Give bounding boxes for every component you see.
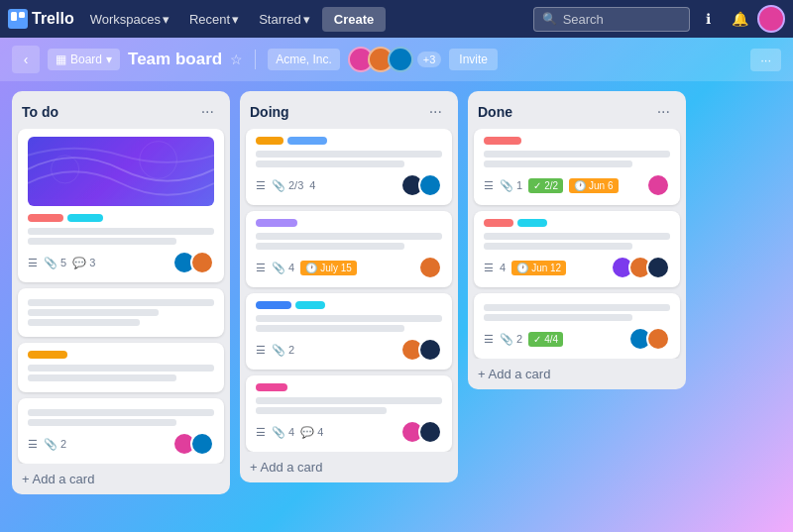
board-type-selector[interactable]: ▦ Board ▾ <box>48 49 120 70</box>
card-doing-4[interactable]: ☰ 📎 4 💬 4 <box>246 375 452 452</box>
label-purple <box>256 219 297 227</box>
attachment-icon: 📎 <box>272 179 285 192</box>
card-done-1-labels <box>484 137 670 145</box>
board-content: To do ··· <box>0 81 793 532</box>
recent-menu[interactable]: Recent ▾ <box>181 8 247 31</box>
card-meta: ☰ 📎 2 <box>28 432 214 456</box>
star-button[interactable]: ☆ <box>230 52 243 67</box>
create-button[interactable]: Create <box>322 7 386 32</box>
add-card-todo[interactable]: + Add a card <box>12 464 230 494</box>
user-avatar[interactable] <box>757 5 785 33</box>
checklist-done-badge: ✓ 2/2 <box>528 178 563 193</box>
meta-description: ☰ <box>484 179 494 192</box>
card-todo-1[interactable]: ☰ 📎 5 💬 3 <box>18 129 224 282</box>
card-text-line <box>256 151 442 158</box>
card-done-2-labels <box>484 219 670 227</box>
card-text-line <box>484 314 632 321</box>
meta-description: ☰ <box>256 179 266 192</box>
card-text-line <box>484 160 632 167</box>
card-done-3[interactable]: ☰ 📎 2 ✓ 4/4 <box>474 293 680 359</box>
app-name: Trello <box>32 10 74 28</box>
description-icon: ☰ <box>256 426 266 439</box>
card-avatar-2 <box>190 432 214 456</box>
meta-attachments: 📎 2 <box>272 344 294 357</box>
more-members-button[interactable]: +3 <box>417 52 442 67</box>
checklist-done-badge: ✓ 4/4 <box>528 332 563 347</box>
card-avatar-3 <box>646 256 670 279</box>
invite-button[interactable]: Invite <box>449 49 498 70</box>
info-button[interactable]: ℹ <box>694 5 722 33</box>
description-icon: ☰ <box>256 344 266 357</box>
card-avatars <box>400 173 442 197</box>
attachment-icon: 📎 <box>44 438 57 451</box>
comment-icon: 💬 <box>72 257 86 269</box>
member-avatar-3[interactable] <box>388 47 413 72</box>
card-todo-1-labels <box>28 214 214 222</box>
due-date-badge: 🕐 July 15 <box>300 261 357 275</box>
due-date-badge: 🕐 Jun 12 <box>511 261 566 275</box>
label-red2 <box>484 219 513 227</box>
card-text-line <box>256 233 442 240</box>
label-yellow <box>28 351 67 359</box>
list-todo-menu[interactable]: ··· <box>195 101 220 123</box>
meta-description: ☰ <box>256 344 266 357</box>
card-doing-3[interactable]: ☰ 📎 2 <box>246 293 452 370</box>
meta-count: 4 <box>500 262 506 273</box>
card-todo-4[interactable]: ☰ 📎 2 <box>18 398 224 464</box>
attachment-icon: 📎 <box>272 344 285 357</box>
board-more-button[interactable]: ··· <box>750 49 781 71</box>
back-button[interactable]: ‹ <box>12 46 40 73</box>
card-avatars <box>400 338 442 362</box>
card-doing-3-labels <box>256 301 442 309</box>
add-card-done[interactable]: + Add a card <box>468 359 686 389</box>
search-input[interactable] <box>563 12 681 27</box>
card-doing-1-labels <box>256 137 442 145</box>
header-divider <box>255 50 256 69</box>
description-icon: ☰ <box>256 262 266 274</box>
attachment-icon: 📎 <box>500 179 513 192</box>
list-todo: To do ··· <box>12 91 230 494</box>
card-text-line <box>256 407 387 414</box>
search-bar[interactable]: 🔍 <box>533 7 690 32</box>
search-icon: 🔍 <box>542 12 557 26</box>
card-text-line <box>256 160 404 167</box>
list-done: Done ··· ☰ 📎 1 <box>468 91 686 389</box>
card-done-1[interactable]: ☰ 📎 1 ✓ 2/2 🕐 Jun 6 <box>474 129 680 205</box>
card-text-line <box>28 365 214 372</box>
card-todo-2[interactable] <box>18 288 224 337</box>
card-doing-2[interactable]: ☰ 📎 4 🕐 July 15 <box>246 211 452 287</box>
meta-description: ☰ <box>28 438 38 451</box>
card-avatar-2 <box>418 173 442 197</box>
meta-description: ☰ <box>484 262 494 274</box>
label-yellow <box>256 137 283 145</box>
card-text-line <box>28 309 159 316</box>
card-text-line <box>256 243 404 250</box>
description-icon: ☰ <box>484 333 494 346</box>
card-doing-1[interactable]: ☰ 📎 2/3 4 <box>246 129 452 205</box>
card-text-line <box>484 243 632 250</box>
card-meta-left: ☰ 📎 2 <box>28 438 66 451</box>
card-avatars <box>628 327 670 351</box>
attachment-icon: 📎 <box>272 426 285 439</box>
workspace-selector[interactable]: Acme, Inc. <box>268 49 340 70</box>
trello-logo: Trello <box>8 9 74 29</box>
notifications-button[interactable]: 🔔 <box>726 5 753 33</box>
meta-attachments: 📎 2/3 <box>272 179 303 192</box>
list-doing-menu[interactable]: ··· <box>423 101 448 123</box>
add-card-doing[interactable]: + Add a card <box>240 452 458 482</box>
workspaces-menu[interactable]: Workspaces ▾ <box>82 8 177 31</box>
card-text-line <box>28 299 214 306</box>
label-cyan2 <box>295 301 325 309</box>
starred-menu[interactable]: Starred ▾ <box>251 8 318 31</box>
card-text-line <box>484 151 670 158</box>
card-todo-3[interactable] <box>18 343 224 392</box>
card-text-line <box>484 233 670 240</box>
card-done-2[interactable]: ☰ 4 🕐 Jun 12 <box>474 211 680 287</box>
card-cover <box>28 137 214 206</box>
list-doing: Doing ··· ☰ 📎 <box>240 91 458 482</box>
description-icon: ☰ <box>256 179 266 192</box>
attachment-icon: 📎 <box>44 257 57 269</box>
board-icon: ▦ <box>56 53 66 66</box>
list-done-menu[interactable]: ··· <box>651 101 676 123</box>
card-text-line <box>256 325 404 332</box>
